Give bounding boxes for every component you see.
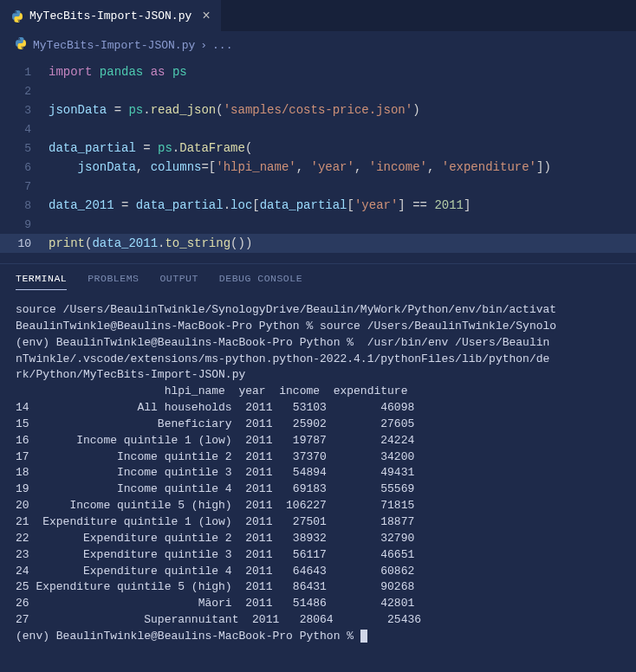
chevron-right-icon: › (200, 39, 207, 52)
table-row: 16 Income quintile 1 (low) 2011 19787 24… (16, 434, 414, 447)
table-header: hlpi_name year income expenditure (16, 384, 407, 397)
table-row: 26 Māori 2011 51486 42801 (16, 597, 414, 610)
code-line: 2 (0, 81, 636, 100)
code-line: 1 import pandas as ps (0, 62, 636, 81)
table-row: 19 Income quintile 4 2011 69183 55569 (16, 482, 414, 495)
breadcrumb-file: MyTecBits-Import-JSON.py (33, 39, 195, 52)
code-line: 6 jsonData, columns=['hlpi_name', 'year'… (0, 158, 636, 177)
breadcrumb[interactable]: MyTecBits-Import-JSON.py › ... (0, 31, 636, 59)
line-number: 10 (0, 237, 49, 250)
terminal-preamble: source /Users/BeaulinTwinkle/SynologyDri… (16, 303, 556, 381)
tab-filename: MyTecBits-Import-JSON.py (29, 10, 191, 23)
line-number: 8 (0, 199, 49, 212)
table-row: 15 Beneficiary 2011 25902 27605 (16, 417, 414, 430)
line-number: 7 (0, 180, 49, 193)
line-number: 4 (0, 123, 49, 136)
bottom-panel: TERMINAL PROBLEMS OUTPUT DEBUG CONSOLE s… (0, 263, 636, 649)
python-icon (14, 36, 28, 54)
tab-bar: MyTecBits-Import-JSON.py × (0, 0, 636, 31)
terminal-output[interactable]: source /Users/BeaulinTwinkle/SynologyDri… (0, 299, 636, 649)
terminal-cursor-icon (360, 630, 367, 643)
code-line: 9 (0, 215, 636, 234)
panel-tab-bar: TERMINAL PROBLEMS OUTPUT DEBUG CONSOLE (0, 273, 636, 299)
python-icon (10, 10, 24, 23)
breadcrumb-rest: ... (212, 39, 232, 52)
line-number: 6 (0, 161, 49, 174)
line-number: 5 (0, 142, 49, 155)
code-line: 3 jsonData = ps.read_json('samples/costs… (0, 100, 636, 120)
code-line: 7 (0, 177, 636, 196)
table-row: 22 Expenditure quintile 2 2011 38932 327… (16, 532, 414, 545)
table-row: 23 Expenditure quintile 3 2011 56117 466… (16, 548, 414, 561)
close-icon[interactable]: × (202, 9, 211, 24)
table-row: 25 Expenditure quintile 5 (high) 2011 86… (16, 580, 414, 593)
line-number: 2 (0, 85, 49, 98)
code-line: 10 print(data_2011.to_string()) (0, 234, 636, 253)
terminal-prompt: (env) BeaulinTwinkle@Beaulins-MacBook-Pr… (16, 630, 360, 643)
table-row: 14 All households 2011 53103 46098 (16, 401, 414, 414)
line-number: 1 (0, 66, 49, 79)
code-line: 4 (0, 120, 636, 139)
table-row: 20 Income quintile 5 (high) 2011 106227 … (16, 499, 414, 512)
code-editor[interactable]: 1 import pandas as ps 2 3 jsonData = ps.… (0, 59, 636, 263)
tab-terminal[interactable]: TERMINAL (16, 273, 67, 290)
line-number: 3 (0, 104, 49, 117)
table-row: 17 Income quintile 2 2011 37370 34200 (16, 450, 414, 463)
editor-tab[interactable]: MyTecBits-Import-JSON.py × (0, 0, 221, 31)
table-row: 21 Expenditure quintile 1 (low) 2011 275… (16, 515, 414, 528)
tab-output[interactable]: OUTPUT (159, 273, 198, 290)
tab-debug-console[interactable]: DEBUG CONSOLE (219, 273, 302, 290)
tab-problems[interactable]: PROBLEMS (88, 273, 139, 290)
table-row: 24 Expenditure quintile 4 2011 64643 608… (16, 565, 414, 578)
code-line: 8 data_2011 = data_partial.loc[data_part… (0, 196, 636, 215)
line-number: 9 (0, 218, 49, 231)
code-line: 5 data_partial = ps.DataFrame( (0, 139, 636, 158)
table-row: 18 Income quintile 3 2011 54894 49431 (16, 466, 414, 479)
table-row: 27 Superannuitant 2011 28064 25436 (16, 613, 421, 626)
